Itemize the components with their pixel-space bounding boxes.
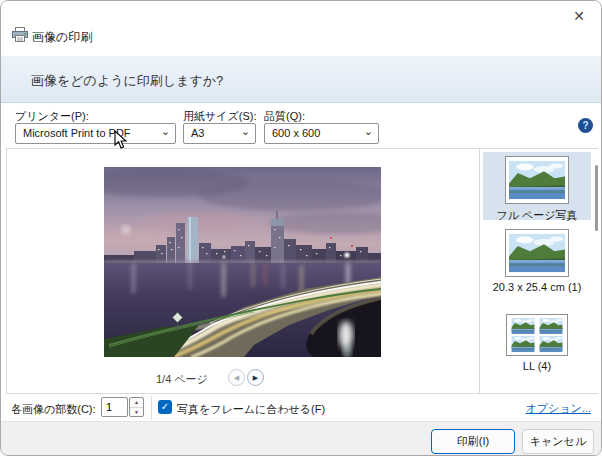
layout-option-label: 20.3 x 25.4 cm (1) <box>493 281 582 293</box>
next-arrow-icon: ▶ <box>253 374 258 382</box>
close-button[interactable]: ✕ <box>557 1 601 31</box>
chevron-down-icon: ⌄ <box>364 125 373 138</box>
fit-to-frame-checkbox[interactable]: ✓ <box>158 400 172 414</box>
cancel-button[interactable]: キャンセル <box>522 429 594 454</box>
layout-thumbnail <box>505 156 569 204</box>
quality-label: 品質(Q): <box>264 109 305 124</box>
print-button[interactable]: 印刷(I) <box>431 429 515 454</box>
layout-option-label: フル ページ写真 <box>496 208 577 223</box>
checkmark-icon: ✓ <box>161 401 169 412</box>
stepper-up-button[interactable]: ▲ <box>130 398 143 408</box>
photo-preview <box>104 167 381 357</box>
button-bar: 印刷(I) キャンセル <box>1 421 602 456</box>
copies-input[interactable] <box>101 397 128 417</box>
sidebar-scrollbar[interactable] <box>595 165 598 231</box>
layout-option-label: LL (4) <box>523 360 551 372</box>
help-button[interactable]: ? <box>578 118 593 133</box>
page-indicator: 1/4 ページ <box>156 372 208 387</box>
copies-stepper: ▲ ▼ <box>129 397 144 417</box>
header-band: 画像をどのように印刷しますか? <box>1 56 602 103</box>
layout-option-20x25[interactable]: 20.3 x 25.4 cm (1) <box>483 225 591 305</box>
prev-arrow-icon: ◀ <box>234 374 239 382</box>
printer-icon <box>12 27 28 42</box>
previous-page-button[interactable]: ◀ <box>228 369 245 386</box>
printer-select[interactable]: Microsoft Print to PDF ⌄ <box>15 123 176 144</box>
footer-divider <box>151 396 152 420</box>
layout-options-list: フル ページ写真 20.3 x 25.4 cm (1) LL (4) <box>479 149 598 393</box>
paper-size-label: 用紙サイズ(S): <box>183 109 257 124</box>
printer-label: プリンター(P): <box>15 109 89 124</box>
chevron-down-icon: ⌄ <box>241 125 250 138</box>
printer-value: Microsoft Print to PDF <box>23 127 131 139</box>
quality-value: 600 x 600 <box>272 127 320 139</box>
options-link[interactable]: オプション... <box>526 401 591 416</box>
print-pictures-dialog: 画像の印刷 ✕ 画像をどのように印刷しますか? プリンター(P): 用紙サイズ(… <box>0 0 602 456</box>
paper-size-select[interactable]: A3 ⌄ <box>183 123 256 144</box>
title-bar: 画像の印刷 ✕ <box>1 1 602 56</box>
close-icon: ✕ <box>573 8 585 24</box>
spinner-down-icon: ▼ <box>134 409 139 415</box>
layout-thumbnail <box>506 314 568 356</box>
quality-select[interactable]: 600 x 600 ⌄ <box>264 123 379 144</box>
paper-size-value: A3 <box>191 127 204 139</box>
spinner-up-icon: ▲ <box>134 399 139 405</box>
page-title: 画像の印刷 <box>32 29 92 46</box>
layout-option-ll4[interactable]: LL (4) <box>483 310 591 390</box>
fit-to-frame-label: 写真をフレームに合わせる(F) <box>177 402 325 417</box>
next-page-button[interactable]: ▶ <box>247 369 264 386</box>
layout-thumbnail <box>505 229 569 277</box>
layout-option-full-page[interactable]: フル ページ写真 <box>483 152 591 220</box>
copies-label: 各画像の部数(C): <box>11 402 96 417</box>
prompt-text: 画像をどのように印刷しますか? <box>31 72 223 90</box>
help-icon: ? <box>582 120 588 131</box>
stepper-down-button[interactable]: ▼ <box>130 408 143 417</box>
chevron-down-icon: ⌄ <box>161 125 170 138</box>
